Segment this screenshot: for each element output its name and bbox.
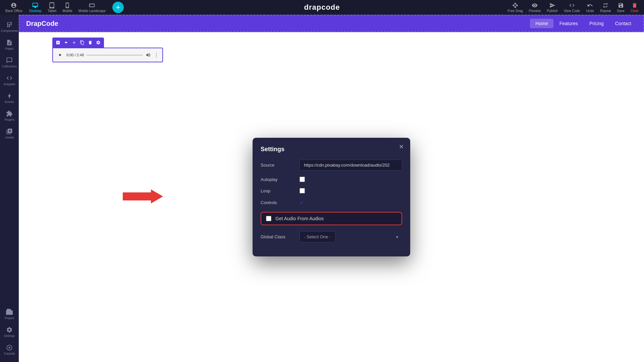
nav-link-pricing[interactable]: Pricing (584, 19, 609, 28)
loop-checkbox[interactable] (300, 188, 305, 193)
mobile-landscape-icon[interactable]: Mobile Landscape (78, 2, 106, 13)
nav-link-contact[interactable]: Contact (610, 19, 637, 28)
autoplay-row: Autoplay (261, 177, 402, 182)
autoplay-label: Autoplay (261, 177, 294, 182)
save-action[interactable]: Save (617, 2, 625, 13)
publish-action[interactable]: Publish (547, 2, 558, 13)
repeat-action[interactable]: Repeat (600, 2, 611, 13)
global-class-row: Global Class - Select One - (261, 231, 402, 242)
get-audio-label: Get Audio From Audios (275, 216, 324, 221)
sidebar-item-snippets[interactable]: Snippets (1, 72, 18, 88)
sidebar-item-assets[interactable]: Assets (1, 125, 18, 142)
controls-checkmark: ✓ (300, 199, 304, 206)
settings-modal: Settings ✕ Source Autoplay Loop (253, 138, 410, 256)
preview-action[interactable]: Preview (529, 2, 541, 13)
controls-label: Controls (261, 200, 294, 205)
free-drag-action[interactable]: Free Drag (508, 2, 523, 13)
source-row: Source (261, 160, 402, 171)
preview-nav: DrapCode Home Features Pricing Contact (19, 15, 644, 32)
loop-label: Loop (261, 188, 294, 193)
sidebar-bottom: Project Settings Tutorials (1, 306, 18, 358)
device-icons: Desktop Tablet Mobile Mobile Landscape (29, 2, 106, 13)
sidebar-item-settings[interactable]: Settings (1, 324, 18, 340)
global-class-select[interactable]: - Select One - (300, 231, 335, 242)
nav-link-features[interactable]: Features (554, 19, 583, 28)
autoplay-checkbox[interactable] (300, 177, 305, 182)
top-bar-right: Free Drag Preview Publish View Code Undo… (508, 2, 639, 13)
source-label: Source (261, 163, 294, 168)
canvas-content: 0:00 / 2:48 ⋮ (19, 32, 644, 362)
sidebar-item-events[interactable]: Events (1, 90, 18, 106)
preview-logo: DrapCode (26, 20, 58, 27)
nav-link-home[interactable]: Home (530, 19, 553, 28)
add-component-button[interactable] (112, 2, 124, 13)
global-class-label: Global Class (261, 234, 294, 239)
get-audio-row: Get Audio From Audios (261, 212, 402, 225)
view-code-action[interactable]: View Code (564, 2, 580, 13)
get-audio-checkbox[interactable] (266, 216, 271, 221)
tablet-icon[interactable]: Tablet (48, 2, 57, 13)
app-title: drapcode (304, 3, 340, 12)
top-bar: Back Office Desktop Tablet Mobile Mobile… (0, 0, 644, 15)
top-bar-left: Back Office Desktop Tablet Mobile Mobile… (5, 2, 124, 13)
modal-title: Settings (261, 146, 402, 153)
back-office-icon[interactable]: Back Office (5, 2, 22, 13)
modal-close-button[interactable]: ✕ (397, 142, 406, 151)
left-sidebar: Components Pages Collections Snippets Ev… (0, 15, 19, 362)
sidebar-item-project[interactable]: Project (1, 306, 18, 322)
source-input[interactable] (300, 160, 402, 171)
canvas-area: DrapCode Home Features Pricing Contact (19, 15, 644, 362)
modal-overlay: Settings ✕ Source Autoplay Loop (19, 32, 644, 362)
preview-nav-links: Home Features Pricing Contact (530, 19, 637, 28)
global-class-select-wrapper: - Select One - (300, 231, 402, 242)
sidebar-item-pages[interactable]: Pages (1, 37, 18, 53)
controls-row: Controls ✓ (261, 199, 402, 206)
sidebar-item-components[interactable]: Components (1, 19, 18, 35)
main-layout: Components Pages Collections Snippets Ev… (0, 15, 644, 362)
sidebar-item-plugins[interactable]: Plugins (1, 108, 18, 124)
desktop-icon[interactable]: Desktop (29, 2, 42, 13)
undo-action[interactable]: Undo (586, 2, 594, 13)
sidebar-item-collections[interactable]: Collections (1, 54, 18, 71)
loop-row: Loop (261, 188, 402, 193)
mobile-icon[interactable]: Mobile (62, 2, 72, 13)
clear-action[interactable]: Clear (631, 2, 639, 13)
sidebar-item-tutorials[interactable]: Tutorials (1, 342, 18, 358)
